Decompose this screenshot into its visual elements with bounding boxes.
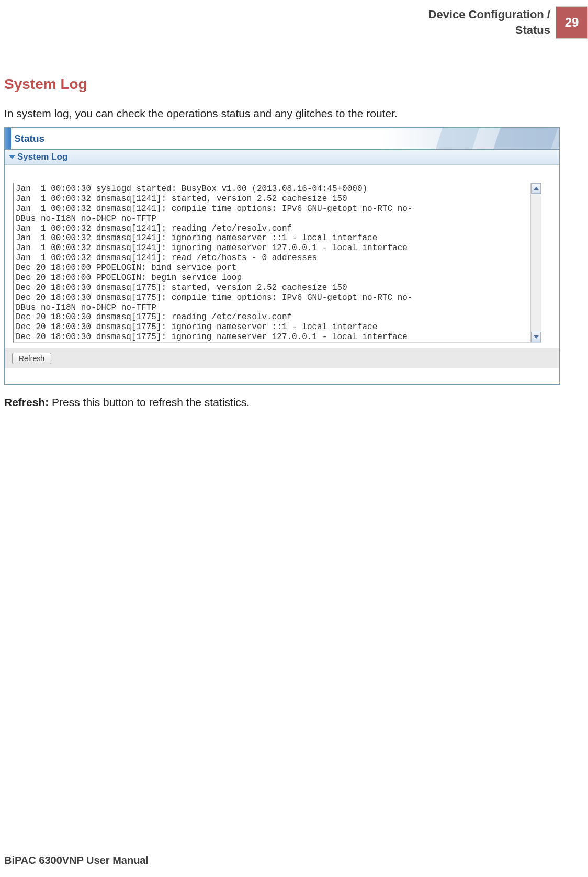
scroll-down-button[interactable] xyxy=(531,332,541,342)
refresh-desc-rest: Press this button to refresh the statist… xyxy=(49,396,250,408)
screenshot-bottom-padding xyxy=(5,368,559,384)
refresh-button[interactable]: Refresh xyxy=(12,353,51,364)
collapse-icon xyxy=(9,155,15,159)
button-row: Refresh xyxy=(5,348,559,368)
page-number-badge: 29 xyxy=(556,6,588,39)
log-textarea[interactable]: Jan 1 00:00:30 syslogd started: BusyBox … xyxy=(13,183,541,343)
system-log-panel-header[interactable]: System Log xyxy=(5,150,559,165)
section-title: System Log xyxy=(4,76,578,93)
status-bar-left: Status xyxy=(5,128,381,149)
refresh-description: Refresh: Press this button to refresh th… xyxy=(4,396,578,409)
log-area-wrap: Jan 1 00:00:30 syslogd started: BusyBox … xyxy=(5,165,559,348)
status-label: Status xyxy=(14,133,44,144)
header-title: Device Configuration / Status xyxy=(428,7,550,38)
footer-text: BiPAC 6300VNP User Manual xyxy=(4,854,149,867)
status-bar: Status xyxy=(5,128,559,150)
system-log-panel-title: System Log xyxy=(17,152,67,162)
header-line2: Status xyxy=(515,24,550,37)
log-scrollbar[interactable] xyxy=(530,183,541,342)
log-content: Jan 1 00:00:30 syslogd started: BusyBox … xyxy=(14,183,530,342)
header-line1: Device Configuration / xyxy=(428,8,550,21)
intro-text: In system log, you can check the operati… xyxy=(4,107,578,120)
blue-stripe-icon xyxy=(5,128,11,149)
status-bar-decor xyxy=(381,128,559,149)
router-ui-screenshot: Status System Log Jan 1 00:00:30 syslogd… xyxy=(4,127,560,385)
scroll-up-button[interactable] xyxy=(531,183,541,194)
page-header: Device Configuration / Status 29 xyxy=(428,6,588,39)
page-content: System Log In system log, you can check … xyxy=(4,76,578,409)
refresh-desc-bold: Refresh: xyxy=(4,396,49,408)
